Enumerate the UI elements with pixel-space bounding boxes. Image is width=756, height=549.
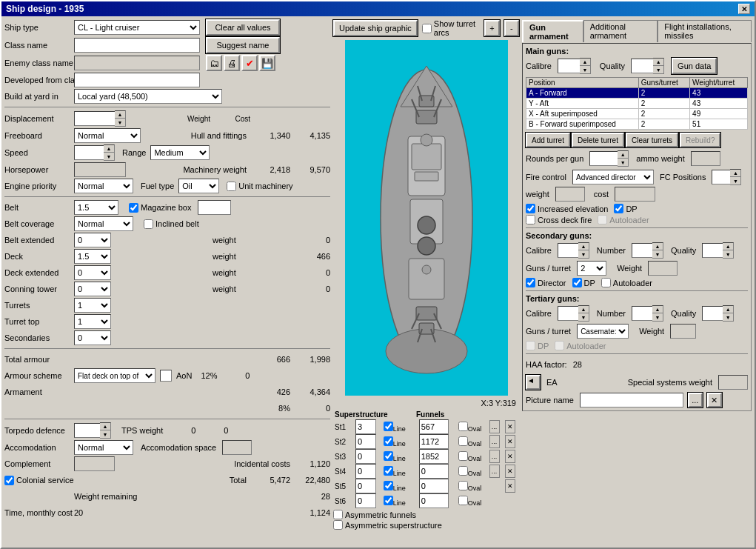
funnel-btn-2[interactable]: ... bbox=[489, 450, 500, 463]
conning-tower-select[interactable]: 0 bbox=[74, 282, 111, 296]
displacement-input[interactable]: 5500 bbox=[74, 111, 115, 126]
super-line-0[interactable] bbox=[384, 422, 393, 431]
range-select[interactable]: Medium bbox=[150, 145, 210, 160]
main-quality-input[interactable]: 1 bbox=[631, 59, 653, 73]
main-calibre-down[interactable]: ▼ bbox=[580, 66, 590, 73]
funnel-val-3[interactable] bbox=[419, 464, 449, 479]
main-quality-down[interactable]: ▼ bbox=[653, 66, 663, 73]
funnel-x-0[interactable]: ✕ bbox=[505, 420, 515, 433]
tert-guns-turret-select[interactable]: Casemate: bbox=[577, 324, 629, 339]
funnel-oval-0[interactable] bbox=[458, 422, 468, 431]
deck-select[interactable]: 1.5 bbox=[74, 249, 111, 264]
sec-calibre-down[interactable]: ▼ bbox=[578, 250, 589, 258]
picture-name-close-btn[interactable]: ✕ bbox=[707, 393, 722, 407]
torpedo-up[interactable]: ▲ bbox=[100, 423, 110, 430]
rounds-up[interactable]: ▲ bbox=[618, 151, 628, 159]
funnel-x-2[interactable]: ✕ bbox=[505, 450, 515, 463]
enemy-class-name-input[interactable]: Lalande bbox=[74, 56, 200, 70]
dp-main-checkbox[interactable] bbox=[614, 204, 623, 213]
secondaries-select[interactable]: 0 bbox=[74, 330, 111, 345]
turrets-select[interactable]: 1 bbox=[74, 298, 111, 313]
funnel-x-1[interactable]: ✕ bbox=[505, 435, 515, 448]
asymmetric-funnels-checkbox[interactable] bbox=[333, 510, 343, 519]
fuel-type-select[interactable]: Oil bbox=[178, 179, 219, 193]
tab-additional-armament[interactable]: Additional armament bbox=[583, 20, 658, 42]
class-name-input[interactable]: Lalande bbox=[74, 38, 200, 53]
turret-row-2[interactable]: X - Aft superimposed249 bbox=[526, 109, 748, 119]
tert-quality-down[interactable]: ▼ bbox=[723, 313, 733, 321]
tert-number-up[interactable]: ▲ bbox=[652, 306, 663, 313]
sec-weight-input[interactable]: 72 bbox=[648, 261, 678, 276]
funnel-val-2[interactable] bbox=[419, 449, 449, 464]
sec-calibre-input[interactable]: 3 bbox=[558, 243, 578, 258]
rounds-down[interactable]: ▼ bbox=[618, 159, 628, 166]
tert-number-down[interactable]: ▼ bbox=[652, 313, 663, 321]
tab-gun-armament[interactable]: Gun armament bbox=[522, 20, 583, 42]
sec-quality-up[interactable]: ▲ bbox=[723, 243, 733, 250]
sec-director-checkbox[interactable] bbox=[526, 278, 535, 287]
fc-down[interactable]: ▼ bbox=[730, 177, 740, 184]
suggest-name-button[interactable]: Suggest name bbox=[206, 37, 280, 53]
tert-calibre-up[interactable]: ▲ bbox=[578, 306, 589, 313]
funnel-x-4[interactable]: ✕ bbox=[505, 479, 515, 493]
horsepower-input[interactable]: 68,224 bbox=[74, 162, 126, 177]
funnel-x-3[interactable]: ✕ bbox=[505, 465, 515, 478]
speed-up[interactable]: ▲ bbox=[104, 145, 114, 153]
minus-button[interactable]: - bbox=[504, 20, 519, 36]
main-quality-up[interactable]: ▲ bbox=[653, 59, 663, 66]
picture-name-x-btn[interactable]: ... bbox=[688, 393, 703, 407]
torpedo-input[interactable]: 0 bbox=[74, 423, 100, 438]
main-weight-input[interactable]: 40 bbox=[555, 187, 585, 202]
tert-number-input[interactable]: 0 bbox=[632, 306, 652, 321]
increased-elevation-checkbox[interactable] bbox=[526, 204, 535, 213]
add-turret-button[interactable]: Add turret bbox=[526, 133, 570, 147]
sec-number-up[interactable]: ▲ bbox=[652, 243, 663, 250]
torpedo-down[interactable]: ▼ bbox=[100, 430, 110, 438]
update-graphic-button[interactable]: Update ship graphic bbox=[333, 20, 418, 36]
super-line-5[interactable] bbox=[384, 496, 393, 505]
magazine-box-value[interactable]: 200 bbox=[198, 200, 231, 215]
funnel-oval-1[interactable] bbox=[458, 436, 468, 446]
armour-scheme-box[interactable] bbox=[160, 370, 172, 382]
displacement-up[interactable]: ▲ bbox=[115, 111, 125, 119]
funnel-val-5[interactable] bbox=[419, 493, 449, 508]
main-calibre-input[interactable]: 4 bbox=[558, 59, 580, 73]
funnel-btn-3[interactable]: ... bbox=[489, 465, 500, 478]
picture-name-input[interactable] bbox=[580, 393, 683, 407]
plus-button[interactable]: + bbox=[484, 20, 499, 36]
fire-control-select[interactable]: Advanced director bbox=[572, 170, 654, 184]
super-line-1[interactable] bbox=[384, 436, 393, 446]
main-cost-input[interactable]: 1,125 bbox=[615, 187, 655, 202]
displacement-down[interactable]: ▼ bbox=[115, 119, 125, 126]
fc-up[interactable]: ▲ bbox=[730, 170, 740, 177]
complement-input[interactable]: 528 bbox=[74, 456, 115, 471]
speed-input[interactable]: 32 bbox=[74, 145, 104, 160]
inclined-belt-checkbox[interactable] bbox=[144, 219, 153, 229]
belt-select[interactable]: 1.5 bbox=[74, 200, 118, 215]
sec-calibre-up[interactable]: ▲ bbox=[578, 243, 589, 250]
ammo-weight-input[interactable]: 113 bbox=[691, 151, 720, 166]
sec-number-down[interactable]: ▼ bbox=[652, 250, 663, 258]
super-val-1[interactable] bbox=[355, 434, 376, 449]
super-val-5[interactable] bbox=[355, 493, 376, 508]
close-button[interactable]: ✕ bbox=[738, 4, 750, 14]
rounds-input[interactable]: 225 bbox=[589, 151, 618, 166]
folder-icon-button[interactable]: 🗂 bbox=[206, 55, 222, 71]
funnel-oval-4[interactable] bbox=[458, 481, 468, 490]
speed-down[interactable]: ▼ bbox=[104, 153, 114, 160]
accommodation-select[interactable]: Normal bbox=[74, 440, 133, 455]
build-at-yard-select[interactable]: Local yard (48,500) bbox=[74, 89, 222, 104]
turret-row-0[interactable]: A - Forward243 bbox=[526, 88, 748, 99]
check-icon-button[interactable]: ✔ bbox=[241, 55, 258, 71]
fc-positions-input[interactable]: 2 bbox=[712, 170, 730, 184]
sec-quality-input[interactable]: 1 bbox=[702, 243, 723, 258]
special-systems-input[interactable]: 172 bbox=[718, 375, 748, 390]
funnel-btn-1[interactable]: ... bbox=[489, 435, 500, 448]
tert-weight-input[interactable]: 0 bbox=[670, 324, 696, 339]
funnel-val-1[interactable] bbox=[419, 434, 449, 449]
clear-turrets-button[interactable]: Clear turrets bbox=[626, 133, 678, 147]
tert-quality-input[interactable]: 1 bbox=[702, 306, 723, 321]
print-icon-button[interactable]: 🖨 bbox=[224, 55, 240, 71]
belt-coverage-select[interactable]: Normal bbox=[74, 216, 133, 231]
show-turret-arcs-checkbox[interactable] bbox=[422, 24, 432, 33]
